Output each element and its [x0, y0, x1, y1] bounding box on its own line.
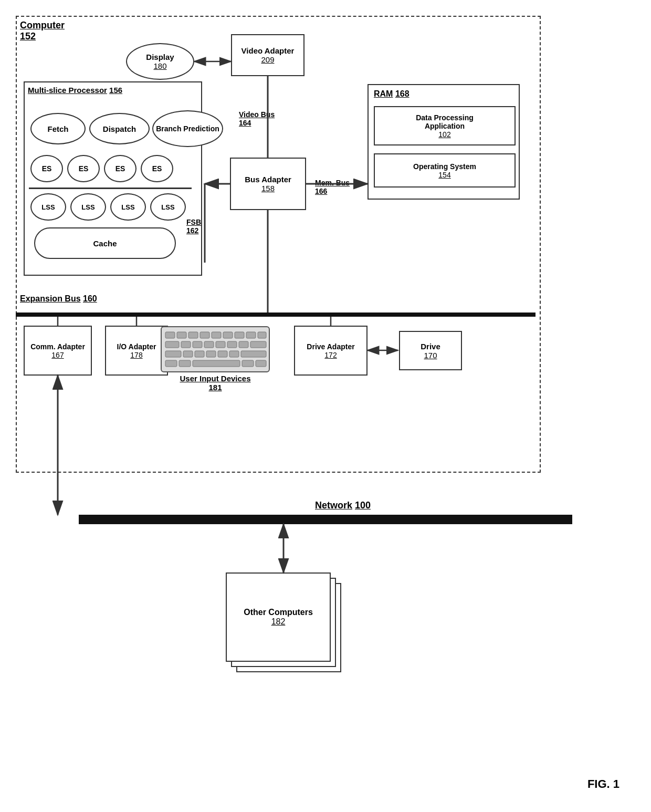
- dispatch-oval: Dispatch: [89, 113, 150, 144]
- mem-bus-label: Mem. Bus166: [315, 179, 350, 195]
- video-adapter-label: Video Adapter: [242, 46, 295, 55]
- svg-rect-28: [242, 360, 254, 367]
- svg-rect-18: [165, 351, 181, 357]
- drive-ref: 170: [424, 351, 437, 360]
- es-row: ES ES ES ES: [30, 155, 173, 182]
- other-computers-box-front: Other Computers 182: [226, 572, 331, 662]
- svg-rect-4: [200, 332, 209, 338]
- svg-rect-10: [165, 341, 179, 348]
- svg-rect-15: [227, 341, 237, 348]
- lss-row: LSS LSS LSS LSS: [30, 193, 186, 221]
- lss-oval-4: LSS: [150, 193, 186, 221]
- bus-adapter-box: Bus Adapter 158: [230, 158, 306, 210]
- drive-label: Drive: [421, 342, 440, 351]
- processor-title: Multi-slice Processor 156: [28, 86, 122, 95]
- svg-rect-9: [258, 332, 266, 338]
- keyboard-icon: [160, 326, 270, 373]
- data-processing-box: Data ProcessingApplication 102: [374, 106, 516, 145]
- io-adapter-ref: 178: [130, 351, 142, 359]
- other-computers-ref: 182: [271, 617, 286, 627]
- data-processing-ref: 102: [438, 130, 450, 139]
- bus-adapter-label: Bus Adapter: [245, 175, 291, 184]
- ram-title: RAM 168: [374, 89, 410, 99]
- svg-rect-8: [246, 332, 256, 338]
- lss-oval-2: LSS: [70, 193, 106, 221]
- video-adapter-box: Video Adapter 209: [231, 34, 304, 76]
- os-label: Operating System: [413, 162, 476, 171]
- operating-system-box: Operating System 154: [374, 153, 516, 188]
- expansion-bus-line: [16, 313, 536, 317]
- expansion-bus-label: Expansion Bus 160: [20, 294, 97, 304]
- drive-adapter-box: Drive Adapter 172: [294, 326, 368, 376]
- io-adapter-box: I/O Adapter 178: [105, 326, 168, 376]
- display-ref: 180: [153, 61, 166, 70]
- drive-adapter-ref: 172: [324, 351, 337, 359]
- data-processing-label: Data ProcessingApplication: [416, 113, 474, 130]
- comm-adapter-label: Comm. Adapter: [30, 342, 85, 351]
- io-adapter-label: I/O Adapter: [117, 342, 156, 351]
- svg-rect-11: [181, 341, 191, 348]
- other-computers-group: Other Computers 182: [226, 572, 341, 688]
- svg-rect-26: [179, 360, 191, 367]
- diagram: Computer 152 Display 180 Video Adapter 2…: [0, 0, 651, 812]
- network-label: Network 100: [315, 500, 371, 511]
- svg-rect-5: [212, 332, 221, 338]
- svg-rect-3: [188, 332, 198, 338]
- fig-label: FIG. 1: [587, 777, 620, 791]
- svg-rect-12: [193, 341, 202, 348]
- svg-rect-17: [250, 341, 266, 348]
- drive-box: Drive 170: [399, 331, 462, 370]
- svg-rect-24: [241, 351, 266, 357]
- video-adapter-ref: 209: [261, 55, 274, 64]
- user-input-label: User Input Devices 181: [168, 374, 262, 392]
- svg-rect-19: [183, 351, 193, 357]
- svg-rect-16: [239, 341, 248, 348]
- os-ref: 154: [438, 171, 450, 179]
- svg-rect-14: [216, 341, 225, 348]
- fsb-label: FSB162: [186, 218, 201, 235]
- fetch-oval: Fetch: [30, 113, 86, 144]
- es-oval-4: ES: [141, 155, 173, 182]
- es-oval-3: ES: [104, 155, 136, 182]
- video-bus-label: Video Bus164: [239, 110, 275, 127]
- svg-rect-23: [229, 351, 239, 357]
- bus-adapter-ref: 158: [261, 184, 275, 193]
- ram-box: RAM 168 Data ProcessingApplication 102 O…: [368, 84, 520, 200]
- svg-rect-13: [204, 341, 214, 348]
- display-oval: Display 180: [126, 43, 194, 80]
- es-oval-2: ES: [67, 155, 100, 182]
- branch-oval: Branch Prediction: [152, 110, 223, 147]
- lss-oval-1: LSS: [30, 193, 66, 221]
- svg-rect-22: [218, 351, 227, 357]
- es-oval-1: ES: [30, 155, 63, 182]
- other-computers-label: Other Computers: [244, 608, 313, 617]
- network-bar: [79, 515, 572, 524]
- svg-rect-20: [195, 351, 204, 357]
- svg-rect-7: [235, 332, 244, 338]
- comm-adapter-box: Comm. Adapter 167: [24, 326, 92, 376]
- computer-text: Computer: [20, 20, 65, 31]
- comm-adapter-ref: 167: [51, 351, 64, 359]
- svg-rect-1: [165, 332, 175, 338]
- cache-oval: Cache: [34, 227, 176, 259]
- svg-rect-29: [256, 360, 266, 367]
- svg-rect-2: [177, 332, 186, 338]
- drive-adapter-label: Drive Adapter: [307, 342, 354, 351]
- computer-ref: 152: [20, 31, 65, 42]
- svg-rect-21: [206, 351, 216, 357]
- computer-label: Computer 152: [20, 20, 65, 42]
- lss-oval-3: LSS: [110, 193, 146, 221]
- svg-rect-25: [165, 360, 177, 367]
- svg-rect-6: [223, 332, 233, 338]
- display-label: Display: [146, 53, 174, 61]
- svg-rect-27: [193, 360, 240, 367]
- es-lss-divider: [29, 188, 192, 189]
